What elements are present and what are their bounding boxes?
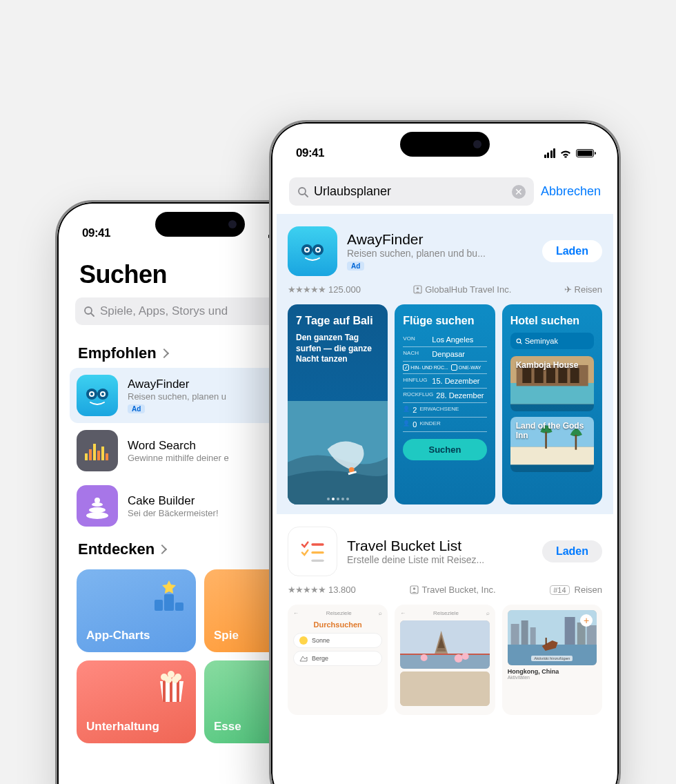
svg-rect-48 [534, 369, 543, 384]
svg-line-30 [305, 194, 308, 197]
awayfinder-icon [77, 375, 118, 416]
load-button[interactable]: Laden [542, 540, 602, 562]
svg-rect-57 [311, 551, 324, 553]
svg-point-38 [417, 287, 419, 290]
app-name: AwayFinder [347, 231, 533, 248]
wordsearch-icon [77, 430, 118, 471]
svg-point-64 [462, 653, 469, 660]
svg-point-17 [95, 498, 100, 503]
chevron-right-icon [159, 349, 169, 358]
svg-point-35 [306, 248, 308, 251]
developer: GlobalHub Travel Inc. [413, 284, 511, 295]
svg-rect-75 [545, 638, 546, 645]
dynamic-island [400, 132, 490, 157]
search-flights-button[interactable]: Suchen [403, 439, 486, 460]
app-subtitle: Erstelle deine Liste mit Reisez... [347, 554, 506, 565]
page-dots [327, 498, 349, 500]
svg-rect-71 [530, 627, 535, 645]
search-icon: ⌕ [486, 610, 490, 616]
svg-rect-70 [521, 620, 528, 645]
screenshot-flights[interactable]: Flüge suchen VONLos Angeles NACHDenpasar… [395, 304, 495, 504]
rating: ★★★★★ 125.000 [288, 284, 361, 295]
rating: ★★★★★ 13.800 [288, 585, 356, 595]
screenshot-browse[interactable]: ←Reiseziele⌕ Durchsuchen Sonne Berge [288, 605, 388, 715]
svg-rect-9 [89, 449, 92, 460]
stars-icon: ★★★★★ [288, 585, 326, 595]
svg-point-65 [421, 654, 428, 661]
tile-app-charts[interactable]: App-Charts [77, 569, 196, 652]
trophy-icon [150, 578, 188, 615]
screenshot-hotels[interactable]: Hotel suchen Seminyak Kamboja House Land… [502, 304, 602, 504]
search-placeholder: Spiele, Apps, Storys und [100, 304, 228, 318]
svg-rect-23 [177, 681, 179, 702]
cancel-button[interactable]: Abbrechen [541, 184, 601, 199]
phone-search-results: 09:41 Urlaubsplaner ✕ Abbrechen [269, 120, 621, 784]
load-button[interactable]: Laden [542, 240, 602, 262]
dynamic-island [155, 212, 245, 237]
svg-point-28 [172, 676, 179, 683]
svg-rect-18 [155, 600, 163, 611]
chevron-right-icon [157, 545, 167, 554]
search-input[interactable]: Urlaubsplaner ✕ [289, 177, 534, 206]
svg-point-60 [413, 587, 416, 590]
svg-rect-8 [85, 453, 88, 460]
svg-rect-50 [558, 369, 567, 384]
svg-point-63 [455, 654, 463, 663]
cakebuilder-icon [77, 485, 118, 527]
status-time: 09:41 [82, 226, 110, 240]
svg-rect-72 [564, 617, 575, 645]
svg-rect-66 [400, 672, 489, 706]
svg-line-1 [91, 313, 94, 316]
svg-rect-53 [510, 447, 594, 465]
result-awayfinder[interactable]: AwayFinder Reisen suchen, planen und bu.… [277, 214, 613, 514]
svg-rect-21 [163, 681, 166, 702]
awayfinder-icon [288, 226, 337, 276]
svg-rect-12 [101, 447, 104, 460]
battery-icon [576, 149, 594, 157]
svg-line-43 [520, 342, 521, 344]
svg-rect-49 [546, 369, 555, 384]
svg-rect-69 [510, 624, 519, 645]
signal-icon [544, 148, 556, 158]
svg-rect-19 [164, 594, 174, 611]
ad-badge: Ad [347, 262, 364, 271]
svg-point-42 [517, 339, 521, 343]
svg-point-7 [101, 393, 104, 395]
screenshot-destinations[interactable]: ←Reiseziele⌕ [395, 605, 495, 715]
hotel-search-field[interactable]: Seminyak [510, 333, 594, 349]
add-button[interactable]: + [580, 614, 593, 627]
category: #14 Reisen [550, 585, 602, 595]
plane-icon: ✈ [564, 284, 572, 295]
svg-rect-20 [175, 602, 183, 611]
developer-icon [410, 585, 419, 594]
screenshot-bali[interactable]: 7 Tage auf Bali Den ganzen Tag surfen — … [288, 304, 388, 504]
search-value: Urlaubsplaner [314, 184, 391, 199]
search-icon [516, 338, 522, 344]
app-subtitle: Reisen suchen, planen und bu... [347, 248, 506, 259]
svg-rect-56 [311, 543, 324, 545]
tile-unterhaltung[interactable]: Unterhaltung [77, 660, 196, 743]
status-time: 09:41 [296, 146, 324, 160]
svg-rect-22 [170, 681, 172, 702]
search-icon: ⌕ [379, 610, 382, 616]
svg-point-15 [89, 507, 106, 513]
svg-rect-11 [97, 451, 100, 460]
developer-icon [413, 285, 422, 294]
svg-rect-58 [311, 560, 324, 562]
hotel-card[interactable]: Kamboja House [510, 356, 594, 411]
developer: Travel Bucket, Inc. [410, 585, 495, 595]
popcorn-icon [155, 667, 189, 706]
hotel-card[interactable]: Land of the Gods Inn [510, 417, 594, 472]
svg-point-14 [86, 512, 108, 519]
clear-button[interactable]: ✕ [512, 185, 526, 199]
stars-icon: ★★★★★ [288, 284, 326, 295]
wifi-icon [559, 148, 572, 158]
svg-rect-47 [522, 369, 531, 384]
screenshot-hongkong[interactable]: + Aktivität hinzufügen Hongkong, China A… [502, 605, 602, 715]
surf-image [288, 401, 388, 504]
category: ✈ Reisen [564, 284, 602, 295]
svg-rect-13 [106, 453, 108, 460]
svg-point-6 [90, 393, 93, 395]
result-bucketlist[interactable]: Travel Bucket List Erstelle deine Liste … [277, 514, 613, 725]
svg-rect-10 [93, 444, 96, 460]
